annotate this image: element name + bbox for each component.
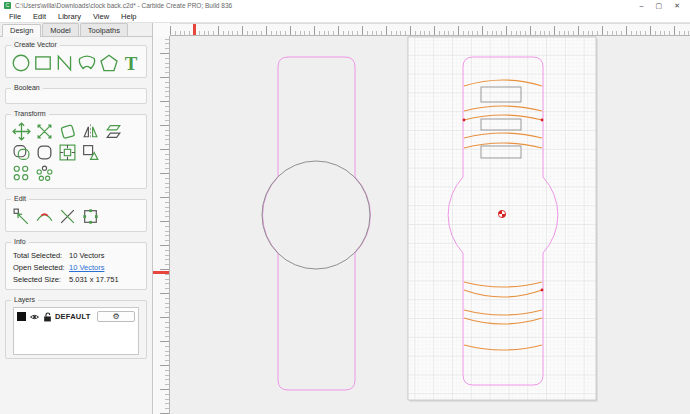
layer-settings-button[interactable]: ⚙ <box>97 311 135 322</box>
create-vector-group: Create Vector <box>5 45 147 78</box>
rotate-tool[interactable] <box>57 121 78 142</box>
menu-library[interactable]: Library <box>52 11 87 22</box>
open-selected-link[interactable]: 10 Vectors <box>69 263 104 272</box>
offset-tool[interactable] <box>11 142 32 163</box>
panel-tabs: Design Model Toolpaths <box>0 23 152 37</box>
create-vector-title: Create Vector <box>11 41 60 48</box>
menu-help[interactable]: Help <box>115 11 142 22</box>
fillet-tool[interactable] <box>34 142 55 163</box>
shear-icon <box>104 122 123 141</box>
trim-vectors-icon <box>35 207 54 226</box>
align-icon <box>58 143 77 162</box>
info-open-selected: Open Selected: 10 Vectors <box>11 261 141 273</box>
menu-bar: File Edit Library View Help <box>0 11 690 23</box>
design-sidebar: Design Model Toolpaths Create Vector <box>0 23 153 414</box>
selected-size-value: 5.031 x 17.751 <box>69 275 119 284</box>
edit-box-icon <box>81 207 100 226</box>
offset-icon <box>12 143 31 162</box>
tab-model[interactable]: Model <box>42 23 78 36</box>
text-tool[interactable]: T <box>121 52 141 73</box>
move-tool[interactable] <box>11 121 32 142</box>
menu-edit[interactable]: Edit <box>27 11 52 22</box>
polyline-tool[interactable] <box>55 52 75 73</box>
text-icon: T <box>121 53 141 73</box>
design-canvas[interactable] <box>170 36 690 414</box>
layers-group: Layers DEFAULT ⚙ <box>5 300 147 359</box>
cursor-y-marker <box>153 271 169 274</box>
svg-text:T: T <box>125 53 138 73</box>
work-area <box>153 23 690 414</box>
total-selected-value: 10 Vectors <box>69 251 104 260</box>
trim-vectors-tool[interactable] <box>34 206 55 227</box>
horizontal-ruler <box>170 23 690 36</box>
nest-tool[interactable] <box>80 142 101 163</box>
move-icon <box>12 122 31 141</box>
minimize-button[interactable]: – <box>634 0 650 11</box>
layers-title: Layers <box>11 296 38 303</box>
selected-size-label: Selected Size: <box>13 275 69 284</box>
info-total-selected: Total Selected: 10 Vectors <box>11 249 141 261</box>
stock-grid <box>408 37 596 400</box>
info-title: Info <box>11 238 29 245</box>
edit-box-tool[interactable] <box>80 206 101 227</box>
maximize-button[interactable]: ▢ <box>650 0 669 11</box>
mirror-icon <box>81 122 100 141</box>
info-group: Info Total Selected: 10 Vectors Open Sel… <box>5 242 147 290</box>
origin-marker <box>498 210 505 217</box>
node-edit-tool[interactable] <box>11 206 32 227</box>
join-vectors-tool[interactable] <box>57 206 78 227</box>
polygon-icon <box>99 53 119 73</box>
polyline-icon <box>55 53 75 73</box>
total-selected-label: Total Selected: <box>13 251 69 260</box>
circle-tool[interactable] <box>11 52 31 73</box>
boolean-group: Boolean <box>5 88 147 104</box>
fillet-icon <box>35 143 54 162</box>
layer-name[interactable]: DEFAULT <box>55 312 90 321</box>
layers-list[interactable]: DEFAULT ⚙ <box>13 307 139 355</box>
scale-tool[interactable] <box>34 121 55 142</box>
nest-icon <box>81 143 100 162</box>
curve-tool[interactable] <box>77 52 97 73</box>
transform-group: Transform <box>5 114 147 189</box>
align-tool[interactable] <box>57 142 78 163</box>
tab-design[interactable]: Design <box>2 24 41 37</box>
circle-icon <box>11 53 31 73</box>
mirror-tool[interactable] <box>80 121 101 142</box>
rotate-icon <box>58 122 77 141</box>
vertical-ruler <box>153 36 170 414</box>
menu-view[interactable]: View <box>87 11 115 22</box>
curve-icon <box>77 53 97 73</box>
linear-array-tool[interactable] <box>11 163 32 184</box>
menu-file[interactable]: File <box>3 11 27 22</box>
edit-title: Edit <box>11 195 29 202</box>
boolean-title: Boolean <box>11 84 43 91</box>
circular-array-tool[interactable] <box>34 163 55 184</box>
polygon-tool[interactable] <box>99 52 119 73</box>
title-bar: C C:\Users\willa\Downloads\clock back.c2… <box>0 0 690 11</box>
gear-icon: ⚙ <box>112 312 119 321</box>
info-selected-size: Selected Size: 5.031 x 17.751 <box>11 273 141 285</box>
tab-toolpaths[interactable]: Toolpaths <box>80 23 128 36</box>
circular-array-icon <box>35 164 54 183</box>
close-button[interactable]: ✕ <box>668 0 686 11</box>
canvas-svg[interactable] <box>170 36 690 414</box>
cursor-x-marker <box>193 24 196 35</box>
transform-title: Transform <box>11 110 49 117</box>
window-title: C:\Users\willa\Downloads\clock back.c2d*… <box>15 2 232 9</box>
rectangle-tool[interactable] <box>33 52 53 73</box>
layer-color-swatch[interactable] <box>17 312 26 321</box>
join-vectors-icon <box>58 207 77 226</box>
unlock-icon[interactable] <box>43 312 52 322</box>
app-icon: C <box>4 2 11 9</box>
rectangle-icon <box>33 53 53 73</box>
open-selected-label: Open Selected: <box>13 263 69 272</box>
left-band-vector[interactable] <box>263 57 371 390</box>
linear-array-icon <box>12 164 31 183</box>
layer-row[interactable]: DEFAULT ⚙ <box>14 308 138 322</box>
shear-tool[interactable] <box>103 121 124 142</box>
edit-group: Edit <box>5 199 147 232</box>
scale-icon <box>35 122 54 141</box>
eye-icon[interactable] <box>29 313 40 321</box>
node-edit-icon <box>12 207 31 226</box>
ruler-corner <box>153 23 170 36</box>
